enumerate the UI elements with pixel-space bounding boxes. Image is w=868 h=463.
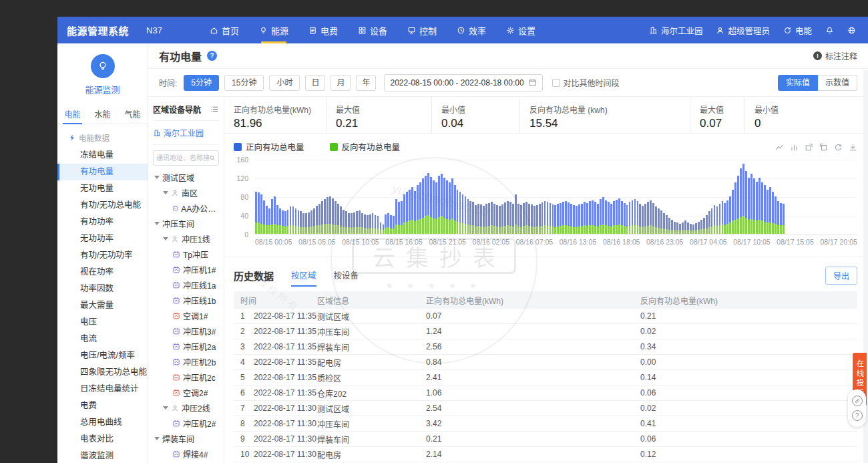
restore-icon[interactable]	[834, 141, 843, 153]
sidebar-item-19[interactable]: 谐波监测	[57, 448, 148, 463]
nav-item-3[interactable]: 电费	[298, 17, 348, 43]
history-tab-2[interactable]: 按设备	[334, 269, 359, 287]
sidebar-item-1[interactable]: 冻结电量	[57, 147, 148, 164]
tree-node-15[interactable]: 空调2#	[153, 385, 219, 400]
sidebar-item-11[interactable]: 电压	[57, 314, 148, 331]
table-row[interactable]: 42022-08-17 11:35配电房0.840.00	[234, 355, 857, 370]
table-row[interactable]: 92022-08-17 11:30焊装车间0.210.06	[234, 432, 857, 447]
help-icon[interactable]: ?	[207, 51, 217, 61]
collapse-list-icon[interactable]	[210, 105, 219, 114]
sidebar-item-2[interactable]: 有功电量	[57, 164, 148, 180]
bell-button[interactable]	[825, 26, 834, 35]
tree-node-1[interactable]: 测试区域	[153, 170, 219, 185]
line-chart-icon[interactable]	[775, 141, 784, 153]
bar-chart-icon[interactable]	[790, 141, 799, 153]
sidebar-item-7[interactable]: 有功/无功功率	[57, 247, 148, 264]
table-row[interactable]: 82022-08-17 11:30冲压车间3.420.41	[234, 416, 857, 432]
table-row[interactable]: 102022-08-17 11:30配电房2.140.12	[234, 447, 857, 462]
tree-search-input[interactable]	[156, 154, 209, 162]
table-row[interactable]: 72022-08-17 11:30测试区域2.540.02	[234, 401, 857, 416]
granularity-4[interactable]: 日	[305, 75, 325, 91]
download-icon[interactable]	[849, 141, 857, 153]
tree-node-7[interactable]: 冲压机1#	[153, 262, 219, 277]
nav-right-3[interactable]: 电能	[783, 24, 812, 37]
sidebar-item-14[interactable]: 四象限无功总电能	[57, 364, 148, 381]
table-row[interactable]: 12022-08-17 11:35测试区域0.070.21	[234, 309, 857, 324]
expand-arrow-icon[interactable]	[163, 191, 168, 194]
legend-item-1[interactable]: 正向有功总电量	[234, 140, 304, 153]
legend-item-2[interactable]: 反向有功总电量	[330, 140, 401, 153]
nav-item-1[interactable]: 首页	[200, 17, 249, 43]
compare-checkbox[interactable]: 对比其他时间段	[552, 77, 620, 88]
tree-node-10[interactable]: 空调1#	[153, 308, 219, 323]
sidebar-item-17[interactable]: 总用电曲线	[57, 414, 148, 431]
tree-node-2[interactable]: 南区	[153, 185, 219, 200]
sidebar-item-13[interactable]: 电压/电流/频率	[57, 347, 148, 364]
granularity-5[interactable]: 月	[331, 75, 351, 91]
sidebar-item-16[interactable]: 电费	[57, 398, 148, 414]
expand-arrow-icon[interactable]	[163, 406, 168, 410]
tree-node-14[interactable]: 冲压机2c	[153, 369, 219, 385]
expand-arrow-icon[interactable]	[154, 437, 160, 440]
export-button[interactable]: 导出	[825, 267, 857, 285]
energy-tab-1[interactable]: 电能	[57, 104, 87, 124]
sidebar-item-15[interactable]: 日冻结电量统计	[57, 381, 148, 398]
sidebar-item-4[interactable]: 有功/无功总电能	[57, 197, 148, 214]
nav-item-2[interactable]: 能源	[249, 17, 298, 43]
granularity-2[interactable]: 15分钟	[224, 75, 264, 91]
reverse-bar	[658, 228, 660, 234]
sidebar-item-3[interactable]: 无功电量	[57, 180, 148, 197]
zoom-icon[interactable]	[805, 141, 813, 153]
expand-arrow-icon[interactable]	[154, 176, 160, 179]
tree-node-4[interactable]: 冲压车间	[153, 216, 219, 231]
granularity-6[interactable]: 年	[356, 75, 376, 91]
sidebar-item-8[interactable]: 视在功率	[57, 264, 148, 281]
tree-node-13[interactable]: 冲压机2b	[153, 354, 219, 369]
tree-node-11[interactable]: 冲压机3#	[153, 323, 219, 339]
nav-right-2[interactable]: 超级管理员	[716, 24, 770, 37]
table-row[interactable]: 22022-08-17 11:35冲压车间1.240.02	[234, 324, 857, 339]
zoom-reset-icon[interactable]	[819, 141, 828, 153]
tree-node-19[interactable]: 焊接4#	[153, 446, 219, 462]
tree-node-18[interactable]: 焊装车间	[153, 431, 219, 446]
search-icon[interactable]	[209, 154, 216, 162]
tree-node-5[interactable]: 冲压1线	[153, 231, 219, 247]
sidebar-item-6[interactable]: 无功功率	[57, 230, 148, 247]
sidebar-item-12[interactable]: 电流	[57, 331, 148, 347]
link-icon[interactable]	[852, 396, 863, 406]
sidebar-item-10[interactable]: 最大需量	[57, 297, 148, 314]
nav-item-4[interactable]: 设备	[348, 17, 397, 43]
chart-plot-area[interactable]	[255, 160, 857, 235]
granularity-1[interactable]: 5分钟	[184, 75, 219, 91]
annotate-button[interactable]: ! 标注注释	[813, 50, 857, 61]
granularity-3[interactable]: 小时	[269, 75, 300, 91]
table-row[interactable]: 52022-08-17 11:35质检区2.410.14	[234, 370, 857, 385]
energy-tab-3[interactable]: 气能	[118, 104, 148, 124]
tree-node-12[interactable]: 冲压机2a	[153, 339, 219, 354]
tree-root-node[interactable]: 海尔工业园	[153, 121, 219, 145]
tree-node-8[interactable]: 冲压线1a	[153, 277, 219, 293]
globe-button[interactable]	[847, 26, 856, 35]
nav-item-5[interactable]: 控制	[397, 17, 447, 43]
table-row[interactable]: 32022-08-17 11:35焊装车间2.560.34	[234, 339, 857, 355]
tree-node-3[interactable]: AA办公楼照...	[153, 200, 219, 216]
nav-right-1[interactable]: 海尔工业园	[649, 24, 703, 37]
history-tab-1[interactable]: 按区域	[291, 269, 316, 287]
sidebar-item-18[interactable]: 电表对比	[57, 431, 148, 448]
expand-arrow-icon[interactable]	[163, 237, 168, 241]
tree-node-9[interactable]: 冲压线1b	[153, 293, 219, 308]
sidebar-item-5[interactable]: 有功功率	[57, 214, 148, 230]
table-row[interactable]: 62022-08-17 11:35仓库2021.060.06	[234, 385, 857, 401]
tree-node-17[interactable]: 冲压机2#	[153, 416, 219, 431]
tree-node-6[interactable]: Tp冲压	[153, 247, 219, 262]
sidebar-item-9[interactable]: 功率因数	[57, 281, 148, 297]
question-icon[interactable]: ?	[852, 410, 863, 421]
nav-item-6[interactable]: 效率	[447, 17, 496, 43]
mode-2[interactable]: 示数值	[818, 75, 857, 91]
mode-1[interactable]: 实际值	[778, 75, 818, 91]
tree-node-16[interactable]: 冲压2线	[153, 400, 219, 416]
energy-tab-2[interactable]: 水能	[87, 104, 118, 124]
expand-arrow-icon[interactable]	[154, 222, 160, 225]
nav-item-7[interactable]: 设置	[496, 17, 546, 43]
date-range-picker[interactable]: 2022-08-15 00:00 - 2022-08-18 00:00	[384, 74, 542, 92]
